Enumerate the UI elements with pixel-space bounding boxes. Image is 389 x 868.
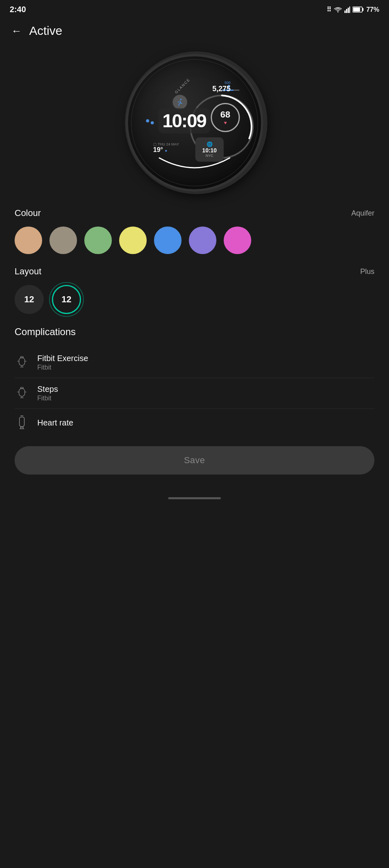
header: ← Active: [0, 17, 389, 46]
swatch-stone[interactable]: [49, 227, 77, 254]
page-title: Active: [29, 24, 62, 38]
weather-date-text: THU 24 MAY: [158, 142, 179, 146]
complication-steps[interactable]: Steps Fitbit: [15, 378, 374, 409]
status-time: 2:40: [10, 5, 26, 14]
weather-display: ▢ THU 24 MAY 19° ●: [153, 142, 179, 154]
vibrate-icon: ⠿: [327, 6, 331, 13]
nyc-time-display: 🌐 10:10 NYC: [195, 137, 224, 162]
complication-name-exercise: Fitbit Exercise: [37, 354, 88, 363]
run-icon: [176, 98, 184, 106]
complication-sub-steps: Fitbit: [37, 395, 58, 402]
weather-temp: 19° ●: [153, 146, 179, 154]
colour-swatches: [15, 227, 374, 254]
watch-icon-heartrate: [15, 415, 28, 430]
svg-rect-16: [20, 356, 23, 358]
swatch-lemon[interactable]: [119, 227, 147, 254]
svg-rect-0: [344, 11, 346, 13]
watch-icon-steps: [15, 387, 28, 400]
watch-preview: GLANCE 500 5,275 10:09 68: [0, 46, 389, 208]
globe-icon: 🌐: [207, 141, 213, 147]
complications-section: Complications Fitbit Exercise Fitbit: [0, 326, 389, 436]
svg-rect-15: [19, 357, 25, 366]
swatch-sage[interactable]: [84, 227, 112, 254]
main-time: 10:09: [158, 108, 210, 133]
complication-text-steps: Steps Fitbit: [37, 385, 58, 402]
swatch-lavender[interactable]: [189, 227, 216, 254]
swatch-pink[interactable]: [224, 227, 251, 254]
layout-label: Layout: [15, 266, 41, 277]
layout-current-value: Plus: [360, 267, 374, 276]
nyc-time: 10:10: [202, 147, 217, 154]
layout-option-simple[interactable]: 12: [15, 285, 44, 314]
complication-name-heartrate: Heart rate: [37, 418, 73, 428]
calendar-icon: ▢: [153, 142, 157, 146]
save-button-container: Save: [0, 436, 389, 491]
temp-dot: ●: [165, 148, 167, 153]
steps-display: 500 5,275: [212, 81, 231, 93]
watch-icon-exercise: [15, 356, 28, 369]
battery-icon: [353, 6, 364, 13]
glance-label: GLANCE: [174, 77, 191, 94]
colour-header: Colour Aquifer: [15, 208, 374, 218]
complication-fitbit-exercise[interactable]: Fitbit Exercise Fitbit: [15, 347, 374, 378]
run-icon-circle: [173, 95, 187, 109]
watch-face-display: GLANCE 500 5,275 10:09 68: [126, 54, 263, 192]
layout-option-plus[interactable]: 12: [52, 285, 81, 314]
complication-heart-rate[interactable]: Heart rate: [15, 409, 374, 436]
heart-icon: ♥: [224, 120, 227, 126]
heart-rate-circle: 68 ♥: [211, 103, 240, 132]
layout-header: Layout Plus: [15, 266, 374, 277]
swatch-aquifer[interactable]: [154, 227, 182, 254]
svg-rect-5: [362, 8, 363, 11]
layout-section: Layout Plus 12 12: [0, 266, 389, 314]
colour-section: Colour Aquifer: [0, 208, 389, 254]
svg-rect-21: [19, 388, 25, 396]
steps-count: 5,275: [212, 85, 231, 93]
complication-icon-exercise: [15, 355, 29, 370]
layout-simple-label: 12: [24, 294, 34, 305]
layout-options: 12 12: [15, 285, 374, 314]
wifi-icon: [334, 7, 342, 13]
svg-rect-2: [348, 8, 349, 13]
weather-date: ▢ THU 24 MAY: [153, 142, 179, 146]
svg-rect-22: [20, 387, 23, 389]
watch-crown: [263, 113, 263, 137]
layout-plus-label: 12: [62, 294, 71, 305]
home-indicator: [0, 491, 389, 504]
save-button[interactable]: Save: [15, 446, 374, 475]
watch-inner: GLANCE 500 5,275 10:09 68: [128, 56, 261, 189]
nyc-label: NYC: [205, 154, 213, 158]
complication-name-steps: Steps: [37, 385, 58, 394]
svg-rect-3: [349, 6, 350, 13]
back-button[interactable]: ←: [11, 25, 22, 37]
complication-text-exercise: Fitbit Exercise Fitbit: [37, 354, 88, 371]
svg-rect-6: [353, 8, 360, 12]
complication-text-heartrate: Heart rate: [37, 418, 73, 428]
home-bar: [168, 497, 221, 499]
colour-current-value: Aquifer: [351, 209, 374, 218]
svg-point-14: [180, 99, 182, 100]
status-icons: ⠿ 77%: [327, 6, 379, 13]
complication-icon-heartrate: [15, 415, 29, 430]
status-bar: 2:40 ⠿ 77%: [0, 0, 389, 17]
svg-rect-1: [346, 9, 347, 13]
signal-icon: [344, 6, 350, 13]
complication-icon-steps: [15, 386, 29, 401]
battery-percent: 77%: [366, 6, 379, 13]
temp-value: 19°: [153, 146, 163, 153]
swatch-sand[interactable]: [15, 227, 42, 254]
complication-sub-exercise: Fitbit: [37, 364, 88, 371]
complications-title: Complications: [15, 326, 374, 338]
colour-label: Colour: [15, 208, 41, 218]
heart-rate-value: 68: [220, 109, 230, 120]
steps-goal: 500: [212, 81, 231, 85]
